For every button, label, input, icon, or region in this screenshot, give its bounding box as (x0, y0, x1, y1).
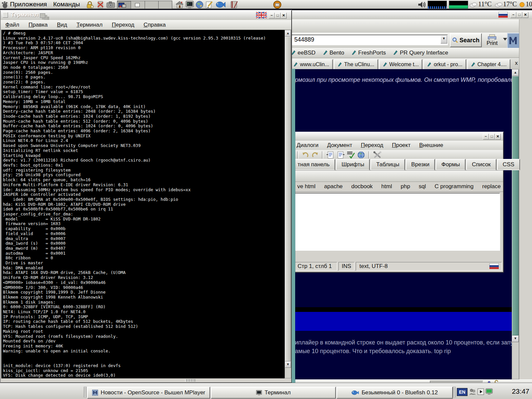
bluefish-menu-item[interactable]: Документ (327, 142, 352, 149)
terminal-launcher-icon[interactable] (186, 1, 194, 9)
terminal-scroll-up-arrow[interactable]: ▲ (285, 30, 291, 37)
bluefish-close-button[interactable]: ✕ (495, 134, 501, 140)
web-launcher-icon[interactable] (196, 1, 203, 9)
task-button-bluefish[interactable]: Безымянный 0 - Bluefish 0.12 (336, 387, 453, 399)
terminal-titlebar[interactable]: Терминал − □ ✕ (1, 11, 291, 20)
commands-menu[interactable]: Команды (53, 1, 80, 8)
weather-temp-2[interactable]: 17°C (503, 0, 517, 8)
tray-player-icon[interactable] (477, 388, 484, 395)
workspace-cell[interactable] (159, 1, 172, 9)
workspace-cell[interactable] (131, 1, 145, 9)
bookmark-item[interactable]: PR Query Interface (393, 50, 448, 56)
browser-vertical-scrollbar[interactable]: ▲ ▼ (512, 69, 519, 379)
bookmark-item[interactable]: Bento (323, 50, 344, 56)
bluefish-menu-item[interactable]: Внешние (419, 142, 443, 149)
terminal-maximize-button[interactable]: □ (275, 13, 281, 19)
mozilla-logo[interactable] (507, 33, 520, 49)
weather-temp-1[interactable]: 11°C (478, 0, 492, 8)
terminal-menu-item[interactable]: Файл (5, 22, 19, 28)
tray-users-icon[interactable] (469, 388, 476, 395)
browser-tab[interactable]: Chapter 4.... (467, 59, 510, 70)
terminal-resize-grip[interactable] (185, 379, 195, 382)
sidebar-splitter[interactable] (292, 69, 295, 383)
bluefish-menu-item[interactable]: Диалоги (297, 142, 319, 149)
scroll-down-arrow[interactable]: ▼ (512, 335, 519, 342)
bookmark-item[interactable]: FreshPorts (351, 50, 386, 56)
bluefish-maximize-button[interactable]: □ (489, 134, 495, 140)
keyboard-layout-indicator[interactable]: EN (457, 388, 467, 396)
bluefish-toolbar-tab[interactable]: Формы (436, 159, 466, 170)
print-button[interactable]: Print (482, 33, 502, 48)
print-dropdown-arrow[interactable] (503, 38, 507, 41)
bluefish-quickbar-tab[interactable]: apache (324, 183, 343, 190)
tray-grip[interactable] (453, 387, 456, 397)
browser-close-button[interactable]: ✕ (522, 12, 528, 18)
taskbar-clock[interactable]: 23:47 (504, 387, 529, 395)
terminal-scrollbar[interactable]: ▲ ▼ (285, 30, 291, 378)
terminal-scrollbar-thumb[interactable] (285, 37, 291, 361)
bluefish-launcher-icon[interactable] (215, 1, 225, 8)
bluefish-quickbar-tab[interactable]: replace (482, 183, 501, 190)
bluefish-quickbar-tab[interactable]: php (401, 183, 410, 190)
bluefish-toolbar-tab[interactable]: CSS (497, 159, 520, 170)
bluefish-toolbar-tab[interactable]: Список (466, 159, 496, 170)
terminal-menu-item[interactable]: Правка (29, 22, 48, 28)
bluefish-minimize-button[interactable]: − (483, 134, 489, 140)
home-launcher-icon[interactable] (176, 1, 184, 9)
edit-launcher-icon[interactable] (205, 1, 213, 9)
cpu-load-applet[interactable] (428, 1, 447, 9)
browser-tab[interactable]: orkut - pro... (423, 59, 466, 70)
workspace-cell[interactable] (145, 1, 159, 9)
weather-temp-3[interactable]: 10°C (526, 0, 532, 8)
terminal-menu-item[interactable]: Переход (112, 22, 134, 28)
bluefish-quickbar-tab[interactable]: ve html (297, 183, 316, 190)
browser-tab[interactable]: Welcome t... (379, 59, 423, 70)
url-dropdown-button[interactable]: ▼ (441, 36, 447, 44)
logout-icon[interactable] (96, 1, 104, 9)
browser-maximize-button[interactable]: □ (516, 12, 522, 18)
scroll-up-arrow[interactable]: ▲ (512, 69, 519, 76)
cd-player-icon[interactable] (273, 1, 281, 9)
bluefish-toolbar-tab[interactable]: Врезки (406, 159, 435, 170)
browser-tab[interactable]: The uClinu... (334, 59, 378, 70)
bluefish-quickbar-tab[interactable]: docbook (351, 183, 373, 190)
undo-icon[interactable] (302, 151, 309, 159)
bluefish-toolbar-tab[interactable]: тная панель (292, 159, 335, 170)
task-button-browser[interactable]: Новости - OpenSource - Вышел MPlayer (87, 387, 210, 399)
network-load-applet[interactable] (449, 1, 468, 9)
terminal-menu-item[interactable]: Вид (57, 22, 67, 28)
bookmark-item[interactable]: eeBSD (291, 50, 316, 56)
browser-minimize-button[interactable]: − (510, 12, 516, 18)
unindent-icon[interactable] (327, 151, 334, 159)
applications-menu[interactable]: Приложения (10, 1, 47, 8)
tab-close-button[interactable]: x (513, 60, 520, 67)
terminal-menu-item[interactable]: Терминал (76, 22, 102, 28)
bluefish-menu-item[interactable]: Переход (361, 142, 383, 149)
spellcheck-icon[interactable] (346, 151, 355, 159)
task-button-terminal[interactable]: Терминал (211, 387, 336, 399)
search-button[interactable]: Search (450, 33, 482, 47)
bluefish-quickbar-tab[interactable]: sql (419, 183, 426, 190)
scrollbar-thumb[interactable] (512, 76, 519, 335)
taskbar-grip[interactable] (84, 387, 86, 397)
bluefish-toolbar-tab[interactable]: Таблицы (370, 159, 405, 170)
terminal-menu-item[interactable]: Справка (144, 22, 166, 28)
workspace-cell-active[interactable] (117, 1, 131, 9)
bluefish-quickbar-tab[interactable]: C programming (435, 183, 473, 190)
terminal-minimize-button[interactable]: − (269, 13, 275, 19)
tray-display-icon[interactable] (485, 388, 493, 395)
redo-icon[interactable] (311, 151, 319, 159)
screenshot-camera-icon[interactable] (106, 1, 115, 8)
lock-screen-icon[interactable] (86, 1, 94, 9)
globe-icon[interactable] (357, 151, 365, 159)
dictionary-book-icon[interactable] (230, 1, 239, 9)
terminal-screen[interactable]: / # dmesg Linux version 2.4.17-uc0 (sha@… (1, 30, 285, 378)
terminal-scroll-down-arrow[interactable]: ▼ (285, 361, 291, 368)
gnome-foot-icon[interactable] (1, 1, 8, 8)
preferences-tools-icon[interactable] (373, 151, 382, 159)
bluefish-quickbar-tab[interactable]: html (381, 183, 392, 190)
volume-speaker-icon[interactable] (418, 1, 426, 8)
bluefish-menu-item[interactable]: Проект (392, 142, 411, 149)
terminal-close-button[interactable]: ✕ (281, 13, 287, 19)
indent-icon[interactable] (336, 151, 344, 159)
